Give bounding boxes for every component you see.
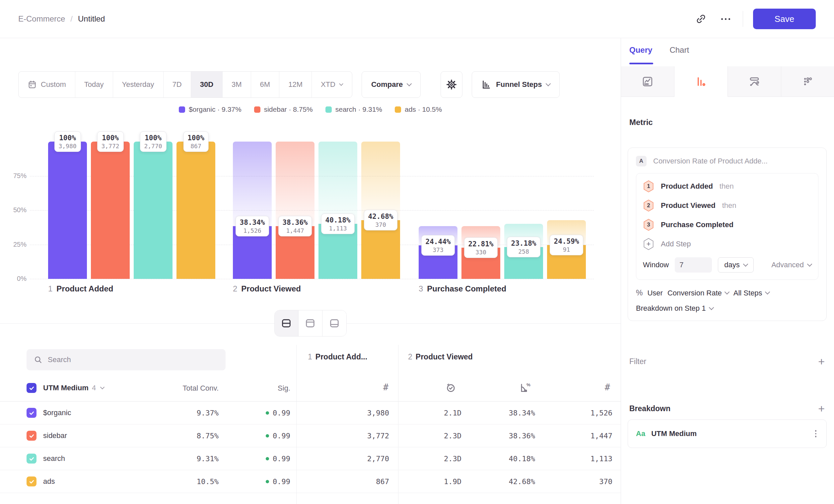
row-checkbox[interactable] [26, 477, 37, 486]
funnel-step-label: 2Product Viewed [233, 284, 301, 294]
step-name: Product Viewed [241, 284, 301, 293]
total-conv-column-header[interactable]: Total Conv. [183, 384, 219, 393]
window-unit-dropdown[interactable]: days [718, 257, 753, 273]
significance-dot [266, 457, 269, 460]
metric-series-row[interactable]: A Conversion Rate of Product Adde... [636, 156, 818, 166]
bar-value-box: 24.59%91 [550, 235, 584, 255]
query-step-2[interactable]: 2Product Viewedthen [643, 196, 811, 215]
conversion-window-row: Window days Advanced [643, 254, 811, 276]
count-icon[interactable]: # [605, 382, 610, 392]
funnel-bar-organic-step1[interactable] [48, 142, 87, 279]
report-type-retention[interactable] [781, 66, 834, 96]
breadcrumb-page[interactable]: Untitled [78, 14, 105, 24]
tab-query[interactable]: Query [629, 45, 652, 55]
table-row-organic[interactable]: $organic9.37%0.993,9802.1D38.34%1,526 [0, 402, 621, 425]
bar-count-label: 3,772 [101, 143, 119, 150]
funnel-bar-ads-step1[interactable] [176, 142, 215, 279]
row-total-conv: 9.37% [197, 409, 219, 417]
gridline [30, 279, 594, 279]
group-column-header[interactable]: UTM Medium 4 [43, 384, 104, 392]
chevron-down-icon [709, 305, 714, 310]
funnel-bar-sidebar-step1[interactable] [91, 142, 130, 279]
table-row-sidebar[interactable]: sidebar8.75%0.993,7722.3D38.36%1,447 [0, 425, 621, 447]
table-step2-header[interactable]: 2Product Viewed [408, 352, 473, 361]
save-button[interactable]: Save [753, 8, 816, 29]
row-name: search [43, 454, 65, 463]
layout-table-only-button[interactable] [323, 311, 346, 336]
measure-all-steps[interactable]: All Steps [733, 289, 769, 297]
report-type-insights[interactable] [621, 66, 675, 96]
step-hexagon-badge: 3 [643, 219, 654, 231]
group-label: UTM Medium [43, 384, 89, 392]
svg-text:%: % [526, 382, 530, 387]
bar-pct-label: 42.68% [368, 212, 393, 221]
top-header: E-Commerce / Untitled Save [0, 0, 834, 38]
share-link-button[interactable] [694, 12, 708, 26]
bar-value-box: 100%2,770 [140, 131, 166, 152]
row-step2-count: 1,526 [591, 409, 612, 417]
query-step-3[interactable]: 3Purchase Completed [643, 215, 811, 234]
step-number: 2 [233, 284, 237, 293]
filter-label: Filter [629, 357, 646, 366]
add-breakdown-button[interactable]: + [818, 403, 825, 414]
table-row-ads[interactable]: ads10.5%0.998671.9D42.68%370 [0, 470, 621, 493]
chevron-down-icon [725, 290, 730, 295]
conversion-rate-icon[interactable]: % [519, 382, 530, 393]
funnel-step-label: 3Purchase Completed [419, 284, 506, 294]
row-step2-count: 1,113 [591, 455, 612, 463]
count-icon[interactable]: # [383, 382, 389, 392]
sig-column-header[interactable]: Sig. [278, 384, 290, 393]
row-checkbox[interactable] [26, 431, 37, 441]
bar-pct-label: 38.34% [240, 219, 265, 227]
breakdown-options-button[interactable] [813, 428, 819, 439]
row-step1-count: 867 [376, 478, 389, 486]
breakdown-on-step-dropdown[interactable]: Breakdown on Step 1 [636, 304, 818, 313]
row-step1-count: 3,980 [367, 409, 389, 417]
select-all-checkbox[interactable] [26, 383, 37, 393]
breadcrumb-project[interactable]: E-Commerce [18, 14, 65, 24]
row-checkbox[interactable] [26, 454, 37, 463]
row-checkbox[interactable] [26, 408, 37, 418]
measure-conversion-rate[interactable]: Conversion Rate [667, 289, 729, 297]
query-step-1[interactable]: 1Product Addedthen [643, 177, 811, 196]
bar-value-box: 40.18%1,113 [321, 213, 355, 234]
y-axis-tick: 75% [7, 172, 26, 180]
tab-chart[interactable]: Chart [670, 45, 689, 55]
add-step-button[interactable]: + Add Step [643, 234, 811, 254]
more-menu-button[interactable] [718, 12, 733, 26]
step-name: Purchase Completed [427, 284, 506, 293]
plus-icon: + [643, 238, 654, 250]
layout-split-button[interactable] [275, 311, 299, 336]
row-significance: 0.99 [266, 478, 290, 486]
row-step1-count: 3,772 [367, 432, 389, 440]
window-value-input[interactable] [675, 257, 712, 273]
table-row-search[interactable]: search9.31%0.992,7702.3D40.18%1,113 [0, 447, 621, 470]
report-type-funnels[interactable] [675, 66, 728, 97]
table-step1-header[interactable]: 1Product Add... [308, 352, 367, 361]
metric-card: A Conversion Rate of Product Adde... 1Pr… [628, 147, 827, 321]
measure-user[interactable]: User [647, 289, 662, 297]
report-type-flows[interactable] [728, 66, 781, 96]
layout-chart-only-button[interactable] [299, 311, 323, 336]
add-filter-button[interactable]: + [818, 356, 825, 367]
bar-count-label: 370 [368, 221, 393, 228]
series-letter-badge: A [636, 156, 646, 166]
funnel-bar-search-step1[interactable] [134, 142, 173, 279]
bar-value-box: 100%3,980 [54, 131, 81, 152]
bar-count-label: 867 [188, 143, 204, 150]
bar-value-box: 100%867 [183, 131, 208, 152]
bar-count-label: 1,113 [325, 225, 351, 232]
breakdown-on-label: Breakdown on Step 1 [636, 304, 706, 313]
row-step2-count: 1,447 [591, 432, 612, 440]
bar-value-box: 24.44%373 [421, 235, 455, 256]
step-number: 3 [419, 284, 423, 293]
search-input[interactable] [48, 356, 218, 364]
chevron-down-icon [100, 385, 105, 389]
retention-icon [802, 76, 814, 88]
bar-count-label: 2,770 [144, 143, 162, 150]
metric-section-title: Metric [629, 118, 653, 127]
advanced-dropdown[interactable]: Advanced [771, 260, 811, 269]
avg-time-icon[interactable] [445, 382, 457, 393]
breakdown-item[interactable]: Aa UTM Medium [628, 419, 827, 448]
bar-pct-label: 38.36% [283, 219, 308, 227]
